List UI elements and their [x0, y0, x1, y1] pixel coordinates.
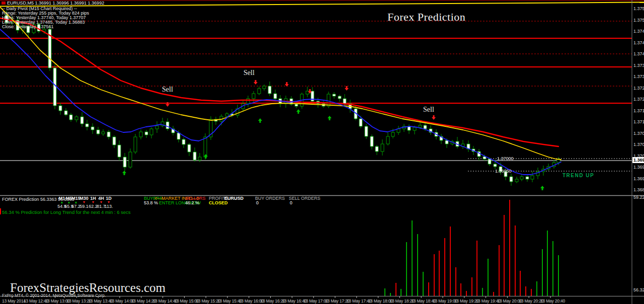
time-axis-label: 13 May 18:40	[411, 298, 436, 303]
candle-body	[295, 104, 298, 106]
histogram-bar	[395, 283, 396, 296]
symbol-label: EURUSD	[224, 196, 244, 201]
price-axis-label: 1.37180	[633, 109, 644, 113]
buy-arrow-icon	[296, 109, 300, 114]
histogram-bar	[400, 289, 401, 296]
candle-body	[80, 117, 84, 124]
price-axis-label: 1.37405	[633, 52, 644, 56]
time-axis-label: 13 May 20:40	[540, 298, 565, 303]
time-axis-label: 13 May 13:20	[66, 298, 91, 303]
time-axis-label: 13 May 19:40	[476, 298, 501, 303]
candle-body	[150, 129, 153, 135]
candle-body	[263, 86, 266, 89]
candle-body	[391, 132, 394, 136]
price-level-label: 1.37000	[497, 157, 514, 161]
candle-body	[338, 96, 341, 99]
buy-arrow-icon	[122, 171, 126, 175]
histogram-bar	[552, 241, 553, 296]
timeframe-value: 113.	[103, 204, 114, 209]
price-axis-label: 1.36865	[633, 188, 644, 192]
prediction-marker	[0, 208, 1, 214]
histogram-bar	[531, 289, 532, 296]
price-axis-label: 1.37270	[633, 86, 644, 91]
price-axis-label: 1.37045	[633, 142, 644, 147]
time-axis-label: 13 May 15:40	[217, 298, 242, 303]
candle-body	[531, 176, 534, 179]
time-axis-label: 13 May 17:20	[325, 298, 350, 303]
buy-arrow-icon	[540, 186, 544, 190]
pivot-info-line: Close: Yesterday 1.37561	[2, 25, 54, 29]
buy-orders-label: BUY ORDERS	[255, 196, 285, 201]
price-axis-label: 1.37090	[633, 131, 644, 136]
candle-body	[510, 177, 513, 182]
time-axis-label: 13 May 13:40	[88, 298, 113, 303]
price-axis-label: 1.37450	[633, 41, 644, 45]
quote-line: EURUSD,M5 1.36991 1.36996 1.36991 1.3699…	[7, 1, 104, 6]
candle-body	[64, 111, 67, 115]
candle-body	[526, 177, 529, 179]
trend-up-label: TREND UP	[562, 173, 594, 178]
candle-body	[69, 115, 72, 120]
time-axis-label: 13 May 18:00	[368, 298, 393, 303]
time-axis-label: 13 May 16:40	[282, 298, 306, 303]
indicator-axis-label: 56.3236	[633, 288, 644, 292]
time-axis-label: 13 May 2014	[2, 298, 26, 303]
time-axis-label: 13 May 14:40	[153, 298, 178, 303]
candle-body	[166, 122, 169, 129]
candle-body	[445, 140, 448, 144]
time-axis-label: 13 May 15:20	[196, 298, 220, 303]
histogram-bar	[499, 245, 500, 296]
histogram-bar	[488, 259, 489, 296]
candle-body	[102, 132, 105, 134]
histogram-bar	[390, 293, 391, 296]
candle-body	[327, 94, 330, 106]
price-axis-label: 1.37315	[633, 74, 644, 79]
candle-body	[53, 68, 56, 106]
time-axis-label: 13 May 20:20	[519, 298, 543, 303]
price-axis-label: 1.37000	[633, 154, 644, 159]
candle-body	[424, 125, 427, 129]
candle-body	[182, 139, 185, 144]
candle-body	[494, 164, 497, 167]
histogram-bar	[558, 255, 559, 296]
histogram-bar	[384, 288, 385, 296]
histogram-bar	[412, 220, 413, 296]
price-level-label: 1.36950	[495, 169, 512, 174]
histogram-bar	[423, 272, 424, 296]
price-chart-canvas[interactable]	[0, 0, 644, 304]
candle-body	[204, 137, 207, 157]
histogram-bar	[434, 254, 435, 296]
timeframe-column-1d[interactable]: 1D▼113.	[103, 196, 114, 209]
candle-body	[123, 157, 126, 167]
price-axis-label: 1.37360	[633, 63, 644, 68]
histogram-bar	[406, 242, 407, 296]
histogram-bar	[471, 277, 472, 296]
buy-arrow-icon	[258, 118, 262, 123]
time-axis-label: 13 May 18:20	[389, 298, 414, 303]
candle-body	[258, 89, 261, 94]
sell-arrow-icon	[254, 80, 258, 85]
candle-body	[370, 136, 373, 146]
candle-body	[139, 132, 142, 137]
sell-orders-value: 0	[290, 201, 292, 205]
symbol-marker-icon	[2, 2, 6, 5]
time-axis-label: 13 May 20:00	[497, 298, 522, 303]
time-axis-label: 13 May 15:00	[174, 298, 199, 303]
histogram-bar	[444, 238, 445, 296]
candle-body	[193, 152, 196, 160]
candle-body	[198, 157, 201, 160]
candle-body	[188, 144, 191, 152]
candle-body	[145, 132, 148, 135]
candle-body	[520, 177, 523, 179]
time-axis-label: 13 May 13:00	[45, 298, 70, 303]
histogram-bar	[504, 215, 505, 296]
candle-body	[59, 106, 62, 111]
time-axis-label: 13 May 19:20	[454, 298, 479, 303]
histogram-bar	[542, 249, 543, 296]
buy-arrow-icon	[328, 116, 332, 120]
histogram-bar	[428, 282, 429, 296]
candle-body	[247, 99, 250, 104]
histogram-bar	[547, 231, 548, 296]
yellow-moving-average	[0, 7, 561, 160]
candle-body	[107, 132, 110, 137]
